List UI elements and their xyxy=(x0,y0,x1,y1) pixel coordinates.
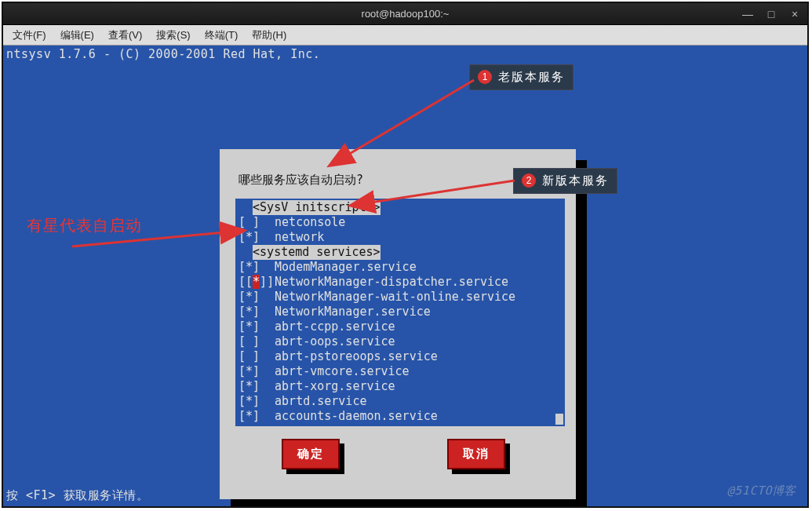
annotation-star-note: 有星代表自启动 xyxy=(27,215,142,236)
services-dialog: 哪些服务应该自动启动? <SysV initscripts> netconsol… xyxy=(220,149,576,499)
window-title: root@hadoop100:~ xyxy=(3,8,807,20)
menu-file[interactable]: 文件(F) xyxy=(8,27,51,44)
cancel-shadow: 取消 xyxy=(452,443,510,474)
badge-number-icon: 1 xyxy=(478,70,492,84)
service-row[interactable]: netconsole xyxy=(239,215,562,230)
service-row[interactable]: abrt-oops.service xyxy=(239,334,562,349)
app-window: root@hadoop100:~ — □ × 文件(F) 编辑(E) 查看(V)… xyxy=(2,2,809,508)
checkbox-icon xyxy=(239,394,260,409)
checkbox-icon xyxy=(239,230,260,245)
service-row[interactable]: ModemManager.service xyxy=(239,260,562,275)
dialog-buttons: 确定 取消 xyxy=(232,443,563,474)
checkbox-icon xyxy=(239,349,260,364)
checkbox-icon xyxy=(239,319,260,334)
badge-number-icon: 2 xyxy=(522,173,536,188)
group-sysv: <SysV initscripts> xyxy=(239,200,562,215)
titlebar: root@hadoop100:~ — □ × xyxy=(3,3,807,25)
service-row[interactable]: abrt-ccpp.service xyxy=(239,319,562,334)
ntsysv-footer: 按 <F1> 获取服务详情。 xyxy=(6,488,148,503)
service-row[interactable]: abrtd.service xyxy=(239,394,562,409)
checkbox-icon xyxy=(239,260,260,275)
menu-help[interactable]: 帮助(H) xyxy=(247,27,291,44)
menu-view[interactable]: 查看(V) xyxy=(104,27,147,44)
service-row[interactable]: [*] NetworkManager-dispatcher.service xyxy=(239,275,562,290)
menu-edit[interactable]: 编辑(E) xyxy=(56,27,99,44)
checkbox-icon xyxy=(239,379,260,394)
service-row[interactable]: network xyxy=(239,230,562,245)
service-row[interactable]: NetworkManager-wait-online.service xyxy=(239,290,562,305)
window-controls: — □ × xyxy=(740,8,803,20)
checkbox-icon xyxy=(239,305,260,319)
checkbox-icon xyxy=(239,215,260,230)
ntsysv-header: ntsysv 1.7.6 - (C) 2000-2001 Red Hat, In… xyxy=(6,47,320,61)
cancel-button[interactable]: 取消 xyxy=(447,439,505,469)
scroll-indicator-icon xyxy=(555,414,563,425)
service-row[interactable]: abrt-xorg.service xyxy=(239,379,562,394)
minimize-button[interactable]: — xyxy=(740,8,756,20)
arrow-icon xyxy=(347,80,474,155)
watermark: @51CTO博客 xyxy=(727,484,796,498)
checkbox-icon xyxy=(239,334,260,349)
menu-terminal[interactable]: 终端(T) xyxy=(200,27,243,44)
service-row[interactable]: abrt-vmcore.service xyxy=(239,364,562,379)
services-listbox[interactable]: <SysV initscripts> netconsole network <s… xyxy=(235,199,565,426)
checkbox-icon xyxy=(239,364,260,379)
menubar: 文件(F) 编辑(E) 查看(V) 搜索(S) 终端(T) 帮助(H) xyxy=(3,25,807,46)
service-row[interactable]: accounts-daemon.service xyxy=(239,409,562,424)
annotation-badge-new: 2新版本服务 xyxy=(513,168,617,194)
service-row[interactable]: abrt-pstoreoops.service xyxy=(239,349,562,364)
ok-shadow: 确定 xyxy=(286,443,344,474)
service-row[interactable]: NetworkManager.service xyxy=(239,305,562,319)
annotation-badge-old: 1老版本服务 xyxy=(469,64,573,90)
checkbox-icon: [*] xyxy=(239,275,260,290)
checkbox-icon xyxy=(239,290,260,305)
close-button[interactable]: × xyxy=(787,8,803,20)
checkbox-icon xyxy=(239,409,260,424)
maximize-button[interactable]: □ xyxy=(763,8,779,20)
terminal-area: ntsysv 1.7.6 - (C) 2000-2001 Red Hat, In… xyxy=(3,46,807,506)
group-systemd: <systemd services> xyxy=(239,245,562,260)
menu-search[interactable]: 搜索(S) xyxy=(151,27,195,44)
ok-button[interactable]: 确定 xyxy=(282,439,340,469)
